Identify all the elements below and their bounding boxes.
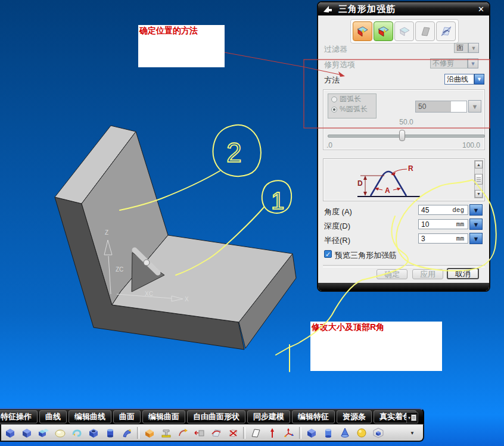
- apply-button[interactable]: 应用: [412, 269, 443, 279]
- box-hollow-icon[interactable]: [87, 426, 100, 439]
- angle-unit: deg: [452, 207, 468, 214]
- position-slider-track[interactable]: [328, 135, 485, 138]
- rib-tee-icon[interactable]: [160, 426, 173, 439]
- filter-label: 过滤器: [324, 44, 347, 55]
- block-icon[interactable]: [20, 426, 33, 439]
- bottom-icon-toolbar: ▼: [0, 424, 424, 442]
- datum-csys-icon[interactable]: [282, 426, 295, 439]
- depth-field[interactable]: 10 mm: [418, 219, 468, 229]
- axis-label-zc: ZC: [116, 266, 123, 273]
- arc-length-radio-panel: 圆弧长 %圆弧长: [328, 93, 377, 118]
- toolbar-menu-button[interactable]: ▾: [406, 412, 418, 423]
- primitive-cylinder-icon[interactable]: [322, 426, 335, 439]
- trim-option-label: 修剪选项: [324, 60, 355, 70]
- rib-perpendicular-icon: [356, 24, 370, 39]
- datum-axis-icon[interactable]: [266, 426, 279, 439]
- button-separator: [323, 265, 485, 267]
- tab-freeform-shape[interactable]: 自由曲面形状: [187, 410, 245, 423]
- delete-face-icon[interactable]: [226, 426, 239, 439]
- radius-field[interactable]: 3 mm: [418, 233, 468, 244]
- toolbar-overflow-arrow-icon[interactable]: ▼: [410, 431, 415, 436]
- tab-feature-operation[interactable]: 特征操作: [0, 410, 38, 423]
- position-slider-thumb[interactable]: [399, 130, 405, 141]
- dialog-drag-arrow-icon: [323, 5, 332, 13]
- datum-plane-icon[interactable]: [249, 426, 262, 439]
- sphere-egg-icon[interactable]: [54, 426, 67, 439]
- trim-option-value-box[interactable]: 不修剪: [430, 58, 468, 68]
- method-value: 沿曲线: [447, 74, 468, 85]
- trim-sheet-icon[interactable]: [210, 426, 223, 439]
- primitive-block-icon[interactable]: [305, 426, 318, 439]
- tab-surface[interactable]: 曲面: [113, 410, 141, 423]
- rib-profile-diagram-panel: D R A ▲ ▼: [323, 158, 485, 201]
- slider-max-label: 100.0: [462, 141, 480, 149]
- rib-type-button-plane[interactable]: [415, 21, 435, 41]
- radius-spinner-icon[interactable]: ▼: [469, 233, 483, 244]
- radius-unit: mm: [456, 235, 468, 242]
- cancel-button[interactable]: 取消: [447, 268, 479, 279]
- toolbar-separator: [137, 427, 139, 439]
- tab-synchronous-modeling[interactable]: 同步建模: [247, 410, 290, 423]
- rib-type-button-section[interactable]: [436, 21, 456, 41]
- extrude-icon[interactable]: [4, 426, 17, 439]
- angle-field[interactable]: 45 deg: [418, 205, 468, 215]
- pull-face-icon[interactable]: [193, 426, 206, 439]
- scrollbar-up-icon[interactable]: ▲: [475, 161, 483, 169]
- rib-type-button-perpendicular[interactable]: [353, 21, 372, 41]
- pct-arc-length-radio[interactable]: [331, 107, 337, 113]
- annotation-note-2: 修改大小及顶部R角: [310, 322, 442, 371]
- dialog-title-bar[interactable]: 三角形加强筋 ✕: [318, 2, 489, 15]
- dim-label-d: D: [357, 179, 363, 188]
- rib-plane-disabled-icon: [418, 24, 433, 39]
- primitive-cone-icon[interactable]: [338, 426, 351, 439]
- barrel-icon[interactable]: [104, 426, 117, 439]
- rib-section-disabled-icon: [439, 24, 453, 39]
- preview-checkbox[interactable]: ✓: [324, 250, 332, 258]
- rib-angle-disabled-icon: [397, 24, 412, 39]
- toolbar-separator: [299, 427, 301, 439]
- angle-value: 45: [419, 206, 452, 214]
- filter-dropdown-icon[interactable]: ▼: [468, 43, 479, 53]
- arc-length-radio[interactable]: [331, 96, 337, 102]
- dim-label-a: A: [385, 186, 390, 195]
- angle-spinner-icon[interactable]: ▼: [469, 204, 483, 216]
- tab-edit-surface[interactable]: 编辑曲面: [142, 410, 185, 423]
- bounded-cube-icon[interactable]: [372, 426, 385, 439]
- application-window: Z ZC YC XC X 确定位置的方法 修改大小及顶部R角 三角形加强筋 ✕: [0, 0, 504, 446]
- primitive-sphere-icon[interactable]: [355, 426, 368, 439]
- method-value-box[interactable]: 沿曲线: [444, 74, 474, 85]
- pct-arc-length-radio-label: %圆弧长: [340, 104, 368, 114]
- position-value-field[interactable]: 50: [415, 101, 467, 113]
- radio-row-arc-length[interactable]: 圆弧长: [328, 94, 376, 104]
- scrollbar-down-icon[interactable]: ▼: [475, 190, 483, 198]
- dialog-close-icon[interactable]: ✕: [478, 5, 484, 14]
- tab-curve[interactable]: 曲线: [39, 410, 67, 423]
- position-spinner-icon[interactable]: ▼: [468, 100, 481, 113]
- radius-value: 3: [419, 235, 456, 243]
- rib-type-button-strip: [350, 19, 459, 43]
- tab-resource-bar[interactable]: 资源条: [337, 410, 372, 423]
- draft-pipe-icon[interactable]: [176, 426, 189, 439]
- scrollbar-thumb[interactable]: [475, 174, 483, 185]
- radio-row-pct-arc-length[interactable]: %圆弧长: [328, 104, 376, 114]
- swept-wedge-icon[interactable]: [120, 426, 133, 439]
- tab-edit-curve[interactable]: 编辑曲线: [69, 410, 111, 423]
- revolve-swirl-icon[interactable]: [70, 426, 83, 439]
- rib-drag-ball[interactable]: [144, 260, 150, 266]
- dialog-title: 三角形加强筋: [338, 4, 478, 15]
- dialog-bottom-grip: [318, 283, 489, 291]
- diagram-scrollbar[interactable]: ▲ ▼: [474, 160, 483, 198]
- ok-button[interactable]: 确定: [377, 269, 407, 279]
- toolbar-separator: [243, 427, 245, 439]
- boolean-unite-icon[interactable]: [37, 426, 50, 439]
- filter-value-box[interactable]: 面: [454, 43, 468, 53]
- trim-dropdown-icon[interactable]: ▼: [468, 58, 478, 68]
- tab-edit-feature[interactable]: 编辑特征: [292, 410, 335, 423]
- annotation-note-1: 确定位置的方法: [138, 25, 225, 67]
- pad-orange-icon[interactable]: [143, 426, 156, 439]
- rib-type-button-parallel[interactable]: [374, 21, 393, 41]
- depth-spinner-icon[interactable]: ▼: [469, 219, 483, 230]
- rib-type-button-angle[interactable]: [394, 21, 414, 41]
- method-dropdown-icon[interactable]: ▼: [474, 74, 484, 85]
- dim-label-r: R: [408, 164, 413, 173]
